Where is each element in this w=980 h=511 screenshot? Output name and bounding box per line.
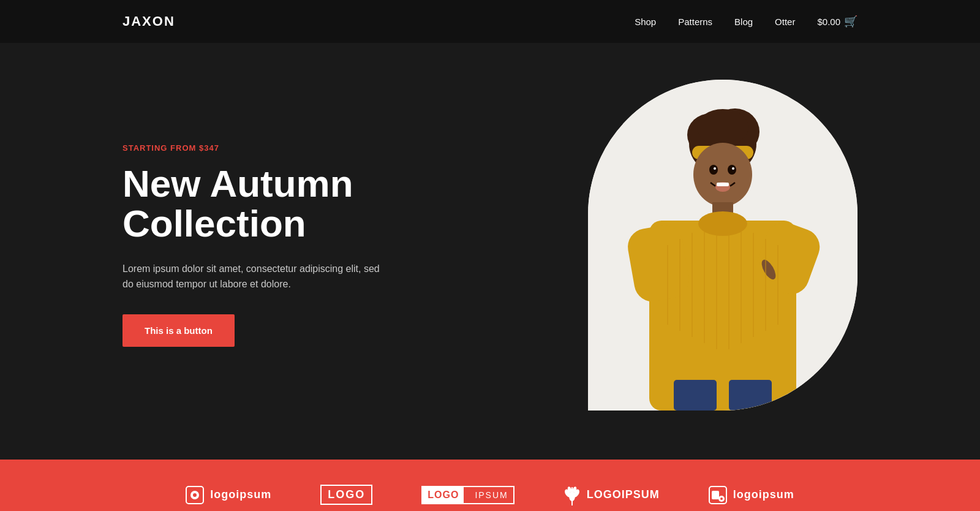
hero-model-image <box>588 80 858 411</box>
svg-point-33 <box>193 493 197 497</box>
brand4-wheat-icon <box>564 484 581 506</box>
svg-point-4 <box>697 109 748 146</box>
svg-point-9 <box>714 167 716 170</box>
brand-1: logoipsum <box>186 486 271 504</box>
svg-rect-12 <box>717 183 729 186</box>
svg-rect-30 <box>729 380 772 411</box>
hero-title: New Autumn Collection <box>123 164 417 243</box>
brand4-name: LOGOIPSUM <box>587 488 660 501</box>
starting-from-label: STARTING FROM $347 <box>123 143 417 153</box>
nav-otter[interactable]: Otter <box>775 17 795 27</box>
svg-point-7 <box>709 165 718 175</box>
svg-rect-29 <box>674 380 717 411</box>
header: JAXON Shop Patterns Blog Otter $0.00 🛒 <box>0 0 980 43</box>
brand-2: LOGO <box>320 485 372 505</box>
svg-point-8 <box>728 165 736 175</box>
main-nav: Shop Patterns Blog Otter $0.00 🛒 <box>635 15 858 28</box>
brand3-part1: LOGO <box>423 487 464 503</box>
nav-shop[interactable]: Shop <box>635 17 656 27</box>
hero-cta-button[interactable]: This is a button <box>123 314 235 347</box>
brand5-icon <box>709 486 727 504</box>
cart-area[interactable]: $0.00 🛒 <box>817 15 858 28</box>
brand-5: logoipsum <box>709 486 794 504</box>
cart-icon: 🛒 <box>844 15 858 28</box>
svg-rect-41 <box>712 491 719 499</box>
nav-patterns[interactable]: Patterns <box>678 17 712 27</box>
hero-text: STARTING FROM $347 New Autumn Collection… <box>123 143 417 346</box>
hero-description: Lorem ipsum dolor sit amet, consectetur … <box>123 261 380 292</box>
brand-4: LOGOIPSUM <box>564 484 660 506</box>
brands-bar: logoipsum LOGO LOGO IPSUM LOGOIPSUM logo… <box>0 460 980 511</box>
site-logo[interactable]: JAXON <box>123 13 175 29</box>
svg-point-10 <box>732 167 734 170</box>
brand2-name: LOGO <box>320 485 372 505</box>
brand3-part2: IPSUM <box>470 488 513 502</box>
hero-title-line1: New Autumn <box>123 162 353 205</box>
svg-point-43 <box>720 498 723 500</box>
hero-title-line2: Collection <box>123 202 306 244</box>
svg-point-6 <box>693 143 752 206</box>
brand1-name: logoipsum <box>210 488 271 501</box>
hero-section: STARTING FROM $347 New Autumn Collection… <box>0 43 980 460</box>
hero-image-container <box>588 80 858 411</box>
brand-3: LOGO IPSUM <box>421 486 514 504</box>
brand1-icon <box>186 486 204 504</box>
cart-price: $0.00 <box>817 17 840 27</box>
nav-blog[interactable]: Blog <box>734 17 753 27</box>
svg-point-15 <box>698 211 747 236</box>
brand5-name: logoipsum <box>733 488 794 501</box>
